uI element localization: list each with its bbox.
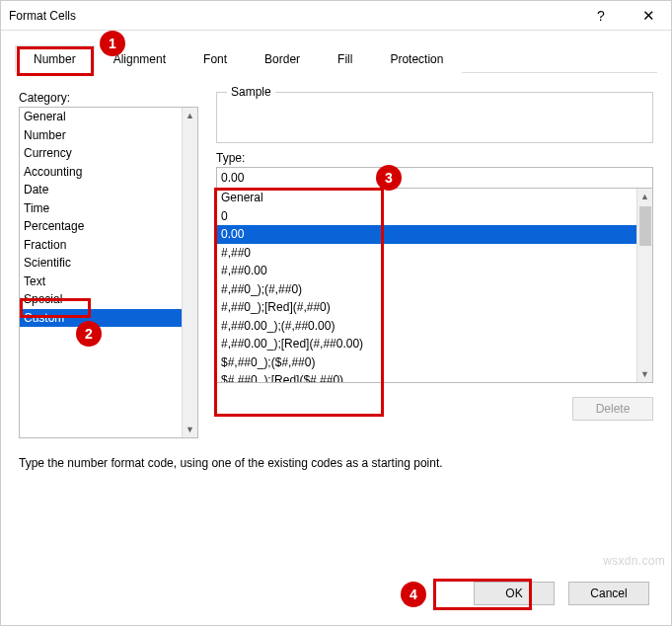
type-listbox[interactable]: General 0 0.00 #,##0 #,##0.00 #,##0_);(#…	[216, 188, 653, 383]
list-item[interactable]: Special	[20, 290, 182, 309]
category-items: General Number Currency Accounting Date …	[20, 108, 182, 437]
delete-button: Delete	[572, 397, 653, 421]
callout-badge-4: 4	[401, 582, 426, 607]
chevron-down-icon[interactable]: ▼	[640, 366, 649, 382]
list-item[interactable]: #,##0.00_);[Red](#,##0.00)	[217, 335, 636, 353]
list-item[interactable]: Fraction	[20, 236, 182, 255]
tab-number[interactable]: Number	[15, 45, 95, 73]
list-item[interactable]: Text	[20, 273, 182, 291]
list-item[interactable]: General	[20, 108, 182, 126]
help-text: Type the number format code, using one o…	[19, 456, 653, 470]
list-item[interactable]: #,##0.00	[217, 262, 636, 280]
delete-row: Delete	[216, 397, 653, 421]
list-item[interactable]: Percentage	[20, 217, 182, 236]
titlebar: Format Cells ? ✕	[1, 1, 671, 31]
list-item-selected[interactable]: Custom	[20, 309, 182, 328]
type-label: Type:	[216, 151, 653, 165]
list-item[interactable]: Accounting	[20, 163, 182, 182]
scroll-thumb[interactable]	[639, 206, 651, 246]
list-item[interactable]: $#,##0_);($#,##0)	[217, 353, 636, 372]
list-item[interactable]: #,##0_);(#,##0)	[217, 280, 636, 299]
list-item[interactable]: Currency	[20, 144, 182, 163]
sample-legend: Sample	[227, 85, 275, 99]
help-icon[interactable]: ?	[586, 1, 616, 31]
sample-value	[227, 109, 642, 122]
tab-fill[interactable]: Fill	[319, 45, 371, 73]
list-item[interactable]: #,##0	[217, 244, 636, 263]
titlebar-buttons: ? ✕	[586, 1, 663, 31]
list-item[interactable]: General	[217, 189, 636, 207]
list-item[interactable]: Date	[20, 181, 182, 199]
sample-group: Sample	[216, 85, 653, 143]
close-icon[interactable]: ✕	[634, 1, 663, 31]
type-scrollbar[interactable]: ▲ ▼	[636, 189, 652, 382]
category-scrollbar[interactable]: ▲ ▼	[182, 108, 197, 437]
watermark: wsxdn.com	[603, 554, 665, 568]
list-item[interactable]: #,##0_);[Red](#,##0)	[217, 298, 636, 317]
dialog-footer: OK Cancel	[474, 582, 649, 605]
type-input[interactable]	[216, 167, 653, 189]
tab-bar: Number Alignment Font Border Fill Protec…	[15, 44, 657, 73]
chevron-down-icon[interactable]: ▼	[186, 422, 194, 437]
right-column: Sample Type: General 0 0.00 #,##0 #,##0.…	[216, 85, 653, 438]
list-item[interactable]: Scientific	[20, 254, 182, 273]
list-item[interactable]: Time	[20, 199, 182, 218]
ok-button[interactable]: OK	[474, 582, 555, 605]
tab-border[interactable]: Border	[246, 45, 319, 73]
tab-font[interactable]: Font	[185, 45, 246, 73]
list-item[interactable]: Number	[20, 126, 182, 145]
list-item[interactable]: 0	[217, 207, 636, 226]
category-listbox[interactable]: General Number Currency Accounting Date …	[19, 107, 198, 438]
cancel-button[interactable]: Cancel	[568, 582, 649, 605]
type-items: General 0 0.00 #,##0 #,##0.00 #,##0_);(#…	[217, 189, 636, 382]
tab-alignment[interactable]: Alignment	[95, 45, 185, 73]
category-column: Category: General Number Currency Accoun…	[19, 85, 198, 438]
category-label: Category:	[19, 91, 198, 105]
tab-protection[interactable]: Protection	[371, 45, 462, 73]
list-item-selected[interactable]: 0.00	[217, 225, 636, 244]
list-item[interactable]: $#,##0_);[Red]($#,##0)	[217, 371, 636, 382]
chevron-up-icon[interactable]: ▲	[186, 108, 194, 123]
window-title: Format Cells	[9, 9, 76, 23]
list-item[interactable]: #,##0.00_);(#,##0.00)	[217, 317, 636, 336]
chevron-up-icon[interactable]: ▲	[640, 189, 649, 204]
dialog-body: Category: General Number Currency Accoun…	[1, 73, 671, 482]
